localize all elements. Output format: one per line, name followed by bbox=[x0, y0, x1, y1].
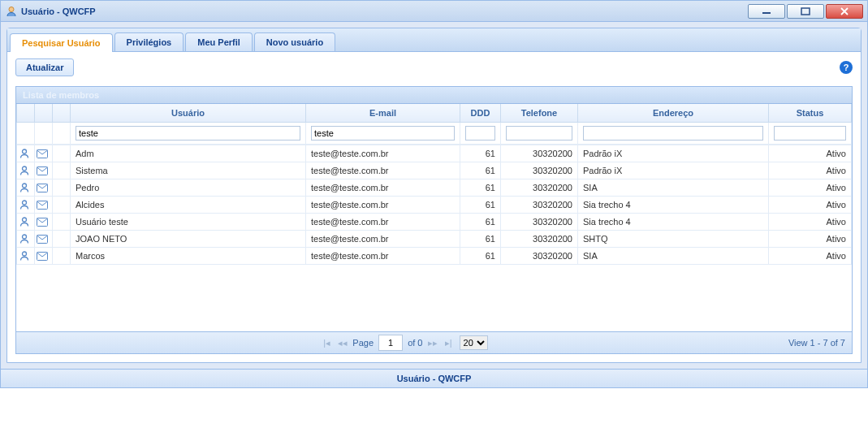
filter-row bbox=[17, 123, 852, 145]
tab-label: Novo usuário bbox=[266, 37, 323, 47]
user-detail-icon[interactable] bbox=[17, 162, 35, 179]
user-detail-icon[interactable] bbox=[17, 214, 35, 231]
cell-phone: 30320200 bbox=[501, 231, 578, 248]
page-input[interactable] bbox=[378, 335, 403, 351]
user-detail-icon[interactable] bbox=[17, 231, 35, 248]
grid-title: Lista de membros bbox=[16, 87, 852, 104]
row-action-icon[interactable] bbox=[53, 179, 71, 197]
col-action3[interactable] bbox=[53, 104, 71, 123]
col-user[interactable]: Usuário bbox=[71, 104, 306, 123]
svg-point-15 bbox=[23, 252, 27, 256]
mail-icon[interactable] bbox=[35, 231, 53, 248]
svg-point-5 bbox=[23, 166, 27, 171]
mail-icon[interactable] bbox=[35, 145, 53, 162]
cell-address: Padrão iX bbox=[578, 162, 769, 179]
col-action1[interactable] bbox=[17, 104, 35, 123]
col-address[interactable]: Endereço bbox=[578, 104, 769, 123]
col-status[interactable]: Status bbox=[769, 104, 852, 123]
last-page-button[interactable]: ▸| bbox=[445, 338, 452, 348]
mail-icon[interactable] bbox=[35, 162, 53, 179]
cell-status: Ativo bbox=[769, 162, 852, 179]
cell-email: teste@teste.com.br bbox=[306, 248, 460, 265]
user-detail-icon[interactable] bbox=[17, 145, 35, 162]
mail-icon[interactable] bbox=[35, 197, 53, 214]
cell-status: Ativo bbox=[769, 197, 852, 214]
cell-phone: 30320200 bbox=[501, 162, 578, 179]
tab-new-user[interactable]: Novo usuário bbox=[254, 32, 335, 51]
filter-user[interactable] bbox=[76, 126, 300, 141]
row-action-icon[interactable] bbox=[53, 231, 71, 248]
filter-address[interactable] bbox=[583, 126, 763, 141]
table-row[interactable]: Usuário testeteste@teste.com.br613032020… bbox=[17, 214, 852, 231]
tab-my-profile[interactable]: Meu Perfil bbox=[185, 32, 253, 51]
svg-point-9 bbox=[23, 201, 27, 205]
user-detail-icon[interactable] bbox=[17, 248, 35, 265]
view-label: View 1 - 7 of 7 bbox=[788, 338, 845, 348]
col-action2[interactable] bbox=[35, 104, 53, 123]
table-row[interactable]: Marcosteste@teste.com.br6130320200SIAAti… bbox=[17, 248, 852, 265]
cell-status: Ativo bbox=[769, 179, 852, 197]
cell-user: JOAO NETO bbox=[71, 231, 306, 248]
prev-page-button[interactable]: ◂◂ bbox=[338, 338, 348, 348]
cell-email: teste@teste.com.br bbox=[306, 145, 460, 162]
table-row[interactable]: JOAO NETOteste@teste.com.br6130320200SHT… bbox=[17, 231, 852, 248]
tab-panel: Pesquisar Usuário Privilégios Meu Perfil… bbox=[6, 28, 862, 363]
cell-email: teste@teste.com.br bbox=[306, 179, 460, 197]
cell-address: SIA bbox=[578, 179, 769, 197]
row-action-icon[interactable] bbox=[53, 214, 71, 231]
cell-ddd: 61 bbox=[460, 248, 501, 265]
titlebar[interactable]: Usuário - QWCFP bbox=[1, 1, 867, 22]
mail-icon[interactable] bbox=[35, 248, 53, 265]
row-action-icon[interactable] bbox=[53, 162, 71, 179]
row-action-icon[interactable] bbox=[53, 248, 71, 265]
cell-phone: 30320200 bbox=[501, 145, 578, 162]
tab-privileges[interactable]: Privilégios bbox=[114, 32, 184, 51]
tab-body: Atualizar ? Lista de membros bbox=[7, 52, 861, 362]
footer: Usuário - QWCFP bbox=[1, 369, 867, 387]
cell-status: Ativo bbox=[769, 248, 852, 265]
table-row[interactable]: Pedroteste@teste.com.br6130320200SIAAtiv… bbox=[17, 179, 852, 197]
filter-status[interactable] bbox=[774, 126, 846, 141]
col-email[interactable]: E-mail bbox=[306, 104, 460, 123]
close-button[interactable] bbox=[826, 4, 863, 19]
next-page-button[interactable]: ▸▸ bbox=[428, 338, 438, 348]
row-action-icon[interactable] bbox=[53, 145, 71, 162]
mail-icon[interactable] bbox=[35, 179, 53, 197]
first-page-button[interactable]: |◂ bbox=[323, 338, 330, 348]
user-detail-icon[interactable] bbox=[17, 197, 35, 214]
row-action-icon[interactable] bbox=[53, 197, 71, 214]
filter-phone[interactable] bbox=[506, 126, 572, 141]
cell-email: teste@teste.com.br bbox=[306, 197, 460, 214]
button-label: Atualizar bbox=[26, 63, 63, 72]
tab-search-user[interactable]: Pesquisar Usuário bbox=[10, 33, 113, 52]
minimize-button[interactable] bbox=[748, 4, 785, 19]
table-row[interactable]: Sistemateste@teste.com.br6130320200Padrã… bbox=[17, 162, 852, 179]
cell-ddd: 61 bbox=[460, 197, 501, 214]
update-button[interactable]: Atualizar bbox=[15, 58, 74, 76]
filter-ddd[interactable] bbox=[465, 126, 495, 141]
user-detail-icon[interactable] bbox=[17, 179, 35, 197]
maximize-button[interactable] bbox=[787, 4, 824, 19]
tab-label: Pesquisar Usuário bbox=[22, 38, 101, 48]
col-phone[interactable]: Telefone bbox=[501, 104, 578, 123]
mail-icon[interactable] bbox=[35, 214, 53, 231]
cell-email: teste@teste.com.br bbox=[306, 162, 460, 179]
filter-email[interactable] bbox=[311, 126, 455, 141]
cell-ddd: 61 bbox=[460, 179, 501, 197]
cell-address: Padrão iX bbox=[578, 145, 769, 162]
col-ddd[interactable]: DDD bbox=[460, 104, 501, 123]
svg-point-13 bbox=[23, 235, 27, 239]
cell-email: teste@teste.com.br bbox=[306, 214, 460, 231]
cell-phone: 30320200 bbox=[501, 179, 578, 197]
app-window: Usuário - QWCFP Pesquisar Usuário Privil… bbox=[0, 0, 868, 388]
cell-ddd: 61 bbox=[460, 214, 501, 231]
cell-address: SHTQ bbox=[578, 231, 769, 248]
help-button[interactable]: ? bbox=[840, 61, 853, 74]
grid-rows[interactable]: Admteste@teste.com.br6130320200Padrão iX… bbox=[16, 145, 852, 331]
user-icon bbox=[5, 5, 18, 18]
cell-ddd: 61 bbox=[460, 145, 501, 162]
table-row[interactable]: Admteste@teste.com.br6130320200Padrão iX… bbox=[17, 145, 852, 162]
header-row: Usuário E-mail DDD Telefone Endereço Sta… bbox=[17, 104, 852, 123]
table-row[interactable]: Alcidesteste@teste.com.br6130320200Sia t… bbox=[17, 197, 852, 214]
pagesize-select[interactable]: 20 bbox=[460, 335, 488, 350]
